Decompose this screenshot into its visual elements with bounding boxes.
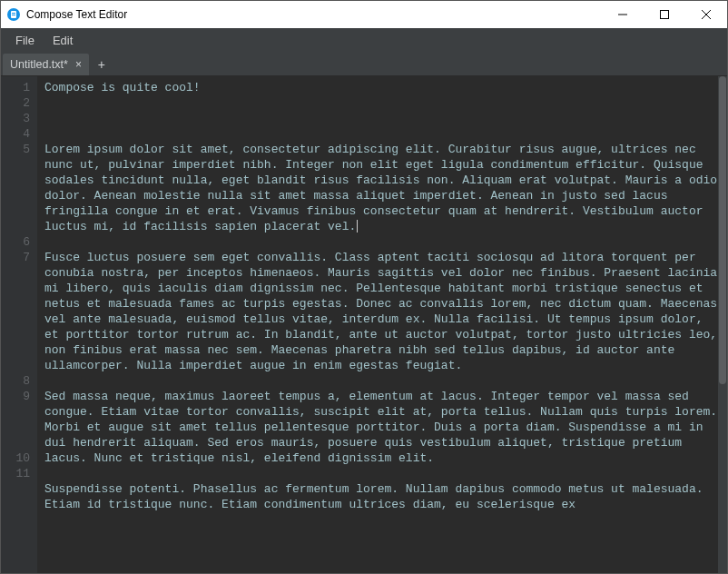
svg-rect-3 bbox=[12, 15, 15, 15]
editor-area: 12345 67 89 1011 Compose is quite cool! … bbox=[1, 76, 727, 573]
scrollbar[interactable] bbox=[718, 76, 727, 573]
maximize-button[interactable] bbox=[644, 1, 685, 28]
line-number bbox=[1, 358, 30, 373]
new-tab-button[interactable]: + bbox=[91, 54, 113, 75]
titlebar[interactable]: Compose Text Editor bbox=[1, 1, 727, 28]
code-line: Fusce luctus posuere sem eget convallis.… bbox=[44, 250, 722, 373]
plus-icon: + bbox=[98, 57, 105, 72]
line-number bbox=[1, 203, 30, 219]
tab-untitled[interactable]: Untitled.txt* × bbox=[3, 54, 89, 75]
svg-rect-5 bbox=[661, 11, 669, 19]
line-number: 3 bbox=[1, 111, 30, 126]
tab-close-icon[interactable]: × bbox=[74, 59, 84, 70]
app-window: Compose Text Editor File Edit Untitled.t… bbox=[0, 0, 728, 574]
line-number bbox=[1, 312, 30, 327]
line-number bbox=[1, 327, 30, 342]
line-number bbox=[1, 265, 30, 281]
minimize-button[interactable] bbox=[602, 1, 644, 28]
line-number bbox=[1, 219, 30, 234]
line-number: 2 bbox=[1, 95, 30, 111]
menubar: File Edit bbox=[1, 28, 727, 53]
line-number: 8 bbox=[1, 373, 30, 389]
code-line: Lorem ipsum dolor sit amet, consectetur … bbox=[44, 142, 722, 234]
line-number bbox=[1, 157, 30, 173]
menu-file[interactable]: File bbox=[6, 30, 44, 51]
line-number bbox=[1, 173, 30, 188]
line-number: 4 bbox=[1, 126, 30, 142]
code-line bbox=[44, 126, 722, 142]
svg-rect-2 bbox=[12, 13, 15, 14]
code-line bbox=[44, 466, 722, 481]
line-number: 11 bbox=[1, 466, 30, 481]
line-number: 10 bbox=[1, 450, 30, 466]
code-line: Compose is quite cool! bbox=[44, 80, 722, 95]
code-editor[interactable]: Compose is quite cool! Lorem ipsum dolor… bbox=[37, 76, 727, 573]
code-line bbox=[44, 95, 722, 111]
line-number: 7 bbox=[1, 250, 30, 265]
code-line: Suspendisse potenti. Phasellus ac fermen… bbox=[44, 481, 722, 512]
line-number bbox=[1, 404, 30, 420]
app-icon bbox=[6, 7, 21, 22]
line-number bbox=[1, 420, 30, 435]
tabbar: Untitled.txt* × + bbox=[1, 53, 727, 76]
line-number bbox=[1, 281, 30, 296]
code-line: Sed massa neque, maximus laoreet tempus … bbox=[44, 389, 722, 466]
line-number: 6 bbox=[1, 234, 30, 250]
code-line bbox=[44, 111, 722, 126]
line-number: 1 bbox=[1, 80, 30, 95]
line-number bbox=[1, 481, 30, 497]
code-line bbox=[44, 373, 722, 389]
line-number: 5 bbox=[1, 142, 30, 157]
tab-label: Untitled.txt* bbox=[10, 58, 68, 71]
text-cursor bbox=[357, 220, 358, 233]
menu-edit[interactable]: Edit bbox=[44, 30, 82, 51]
titlebar-left: Compose Text Editor bbox=[1, 7, 127, 22]
line-number bbox=[1, 435, 30, 450]
line-gutter: 12345 67 89 1011 bbox=[1, 76, 37, 573]
window-controls bbox=[602, 1, 727, 28]
line-number: 9 bbox=[1, 389, 30, 404]
line-number bbox=[1, 188, 30, 203]
scrollbar-thumb[interactable] bbox=[719, 76, 726, 384]
close-button[interactable] bbox=[685, 1, 727, 28]
window-title: Compose Text Editor bbox=[26, 8, 127, 21]
line-number bbox=[1, 296, 30, 312]
line-number bbox=[1, 342, 30, 358]
code-line bbox=[44, 234, 722, 250]
